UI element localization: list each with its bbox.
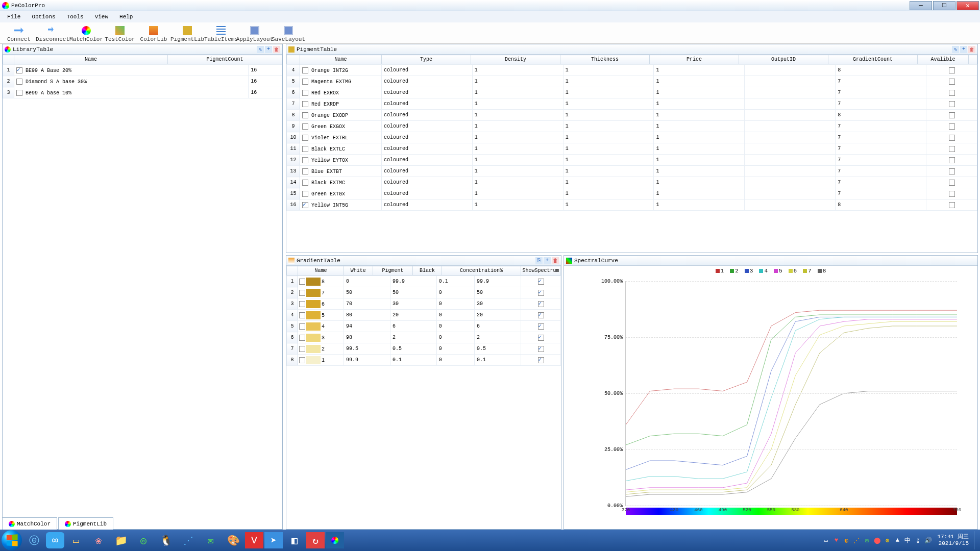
tool-savelayout[interactable]: SaveLayout [272,23,305,43]
available-checkbox[interactable] [949,146,955,152]
col-showspectrum[interactable]: ShowSpectrum [521,266,561,276]
show-checkbox[interactable] [538,357,544,363]
tool-testcolor[interactable]: TestColor [103,23,137,43]
tray-icon[interactable]: ⋰ [852,536,861,544]
menu-options[interactable]: Options [27,13,60,21]
row-checkbox[interactable] [299,279,305,285]
taskbar-paint[interactable]: 🎨 [223,531,244,549]
show-checkbox[interactable] [538,346,544,352]
available-checkbox[interactable] [949,90,955,96]
available-checkbox[interactable] [949,168,955,174]
row-checkbox[interactable] [16,79,22,85]
gradient-copy-button[interactable]: ⎘ [535,257,543,264]
row-checkbox[interactable] [302,112,308,118]
col-name[interactable]: Name [300,55,382,64]
available-checkbox[interactable] [949,157,955,163]
table-row[interactable]: 275050050 [287,287,561,298]
row-checkbox[interactable] [299,301,305,307]
menu-help[interactable]: Help [114,13,138,21]
show-checkbox[interactable] [538,323,544,330]
chart-area[interactable]: 0.00%25.00%50.00%75.00%100.00%3704304604… [625,281,957,506]
table-row[interactable]: 6398202 [287,332,561,343]
row-checkbox[interactable] [302,157,308,163]
legend-item[interactable]: 6 [789,268,797,274]
col-type[interactable]: Type [382,55,471,64]
table-row[interactable]: 9 Green EXGOXcoloured1117 [287,121,977,132]
tray-icon[interactable]: ▲ [893,536,901,544]
col-pigment[interactable]: Pigment [373,266,413,276]
table-row[interactable]: 7 Red EXRDPcoloured1117 [287,98,977,110]
row-checkbox[interactable] [302,90,308,96]
tool-colorlib[interactable]: ColorLib [137,23,170,43]
taskbar-pecolor[interactable] [326,532,344,548]
show-checkbox[interactable] [538,312,544,318]
tray-icon[interactable]: ⬤ [873,536,881,544]
col-name[interactable]: Name [14,55,168,64]
legend-item[interactable]: 8 [818,268,826,274]
row-checkbox[interactable] [302,101,308,107]
available-checkbox[interactable] [949,135,955,141]
taskbar-app1[interactable]: ∞ [46,532,64,548]
col-gradientcount[interactable]: GradientCount [828,55,918,64]
taskbar-folder[interactable]: 📁 [110,531,132,549]
taskbar-app4[interactable]: ➤ [264,532,283,548]
table-row[interactable]: 458020020 [287,310,561,321]
tab-pigmentlib[interactable]: PigmentLib [58,517,113,530]
row-checkbox[interactable] [302,191,308,197]
table-row[interactable]: 14 Black EXTMCcoloured1117 [287,177,977,188]
row-checkbox[interactable] [302,67,308,73]
table-row[interactable]: 2 Diamond S A base 30%16 [3,76,282,87]
start-button[interactable] [1,531,22,549]
table-row[interactable]: 16 Yellow INT5Gcoloured1118 [287,199,977,211]
pigment-add-button[interactable]: + [960,46,967,53]
row-checkbox[interactable] [302,135,308,141]
table-row[interactable]: 5 Magenta EXTMGcoloured1117 [287,76,977,87]
row-checkbox[interactable] [302,79,308,85]
table-row[interactable]: 11 Black EXTLCcoloured1117 [287,143,977,155]
legend-item[interactable]: 1 [716,268,724,274]
pigment-edit-button[interactable]: ✎ [952,46,959,53]
maximize-button[interactable]: □ [933,1,955,10]
gradient-add-button[interactable]: + [544,257,551,264]
available-checkbox[interactable] [949,180,955,186]
legend-item[interactable]: 2 [730,268,739,274]
menu-view[interactable]: View [90,13,113,21]
legend-item[interactable]: 7 [803,268,812,274]
available-checkbox[interactable] [949,79,955,85]
gradient-delete-button[interactable]: 🗑 [552,257,559,264]
tool-disconnect[interactable]: Disconnect [36,23,69,43]
taskbar-wechat[interactable]: ✉ [200,531,222,549]
tray-icon[interactable]: ✉ [863,536,871,544]
show-checkbox[interactable] [538,335,544,341]
col-density[interactable]: Density [471,55,560,64]
library-edit-button[interactable]: ✎ [257,46,264,53]
available-checkbox[interactable] [949,67,955,73]
pigment-delete-button[interactable]: 🗑 [968,46,975,53]
col-gname[interactable]: Name [298,266,344,276]
tray-icon[interactable]: ♥ [832,536,840,544]
row-checkbox[interactable] [299,290,305,296]
menu-file[interactable]: File [2,13,26,21]
tool-pigmentlib[interactable]: PigmentLib [170,23,204,43]
available-checkbox[interactable] [949,191,955,197]
taskbar-qq[interactable]: 🐧 [155,531,177,549]
tray-icon[interactable]: ⚙ [883,536,891,544]
table-row[interactable]: 10 Violet EXTRLcoloured1117 [287,132,977,143]
col-price[interactable]: Price [650,55,739,64]
taskbar-wifi[interactable]: ⋰ [178,531,199,549]
table-row[interactable]: 1 BE99 A Base 20%16 [3,65,282,76]
menu-tools[interactable]: Tools [62,13,89,21]
taskbar-app2[interactable]: ❀ [88,531,109,549]
row-checkbox[interactable] [302,146,308,152]
tray-network-icon[interactable]: ⚷ [914,536,922,544]
table-row[interactable]: 367030030 [287,298,561,310]
tray-lang[interactable]: 中 [903,536,912,544]
row-checkbox[interactable] [302,202,308,208]
row-checkbox[interactable] [299,312,305,318]
show-checkbox[interactable] [538,290,544,296]
table-row[interactable]: 13 Blue EXTBTcoloured1117 [287,166,977,177]
row-checkbox[interactable] [299,335,305,341]
table-row[interactable]: 7299.50.500.5 [287,343,561,355]
col-available[interactable]: Avalible [918,55,969,64]
row-checkbox[interactable] [299,323,305,330]
